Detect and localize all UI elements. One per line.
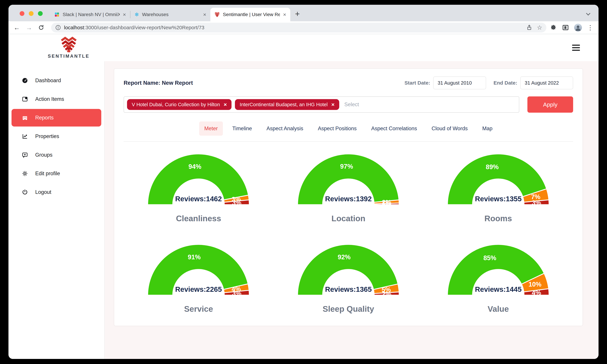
- gauge-chart: 92%5%2%Reviews:1365: [296, 243, 401, 299]
- browser-tab-sentimantle[interactable]: Sentimantle | User View Report ×: [210, 8, 290, 21]
- browser-window: Slack | Naresh NV | OmniiX × ❄ Warehouse…: [8, 5, 599, 359]
- dashboard-icon: [22, 77, 28, 84]
- side-panel-icon[interactable]: [562, 24, 569, 31]
- end-date-input[interactable]: [520, 77, 573, 89]
- tab-timeline[interactable]: Timeline: [227, 121, 257, 136]
- gauge-reviews-count: Reviews:1462: [175, 195, 222, 203]
- close-window-icon[interactable]: [20, 11, 24, 16]
- gauge-slice-label: 10%: [528, 281, 541, 288]
- toolbar-actions: ⋮: [550, 24, 593, 31]
- tab-aspect-positions[interactable]: Aspect Positions: [313, 121, 362, 136]
- start-date-input[interactable]: [433, 77, 486, 89]
- snowflake-icon: ❄: [135, 12, 139, 17]
- page-content: Dashboard Action Items Rep: [8, 61, 599, 359]
- gauge-slice-label: 1%: [382, 201, 391, 208]
- start-date-label: Start Date:: [404, 80, 430, 86]
- minimize-window-icon[interactable]: [29, 11, 34, 16]
- end-date-label: End Date:: [494, 80, 517, 86]
- gauge-service: 91%4%3%Reviews:2265Service: [146, 243, 251, 314]
- sidebar-item-groups[interactable]: Groups: [12, 146, 101, 164]
- gauge-title: Value: [446, 304, 551, 314]
- window-controls: [20, 11, 43, 16]
- share-icon[interactable]: [526, 24, 533, 31]
- gauge-chart: 97%2%1%Reviews:1392: [296, 152, 401, 208]
- gauge-slice-label: 91%: [188, 254, 201, 261]
- back-icon[interactable]: ←: [14, 24, 20, 31]
- remove-tag-icon[interactable]: ×: [331, 102, 334, 107]
- url-path: :3000/user-dashboard/view-report/New%20R…: [84, 25, 204, 30]
- sidebar-item-dashboard[interactable]: Dashboard: [12, 72, 101, 89]
- sidebar-item-logout[interactable]: Logout: [12, 183, 101, 201]
- gauge-chart: 85%10%4%Reviews:1445: [446, 243, 551, 299]
- sidebar-item-action-items[interactable]: Action Items: [12, 90, 101, 108]
- gauge-value: 85%10%4%Reviews:1445Value: [446, 243, 551, 314]
- gauge-rooms: 89%7%3%Reviews:1355Rooms: [446, 152, 551, 223]
- browser-tab-slack[interactable]: Slack | Naresh NV | OmniiX ×: [50, 8, 130, 21]
- gauge-chart: 94%3%3%Reviews:1462: [146, 152, 251, 208]
- sidebar-item-label: Groups: [35, 152, 53, 158]
- sidebar-item-label: Action Items: [35, 96, 64, 102]
- properties-chart-icon: [22, 133, 28, 140]
- bookmark-star-icon[interactable]: ☆: [537, 24, 542, 31]
- gauge-grid: 94%3%3%Reviews:1462Cleanliness97%2%1%Rev…: [124, 152, 573, 314]
- brand-logo[interactable]: SENTIMANTLE: [48, 37, 90, 59]
- forward-icon[interactable]: →: [26, 24, 32, 31]
- tab-map[interactable]: Map: [477, 121, 497, 136]
- apply-button[interactable]: Apply: [527, 96, 573, 113]
- sidebar-item-properties[interactable]: Properties: [12, 128, 101, 145]
- sentimantle-logo-icon: [60, 37, 78, 52]
- zoom-window-icon[interactable]: [38, 11, 43, 16]
- action-items-icon: [22, 96, 28, 102]
- gauge-slice-label: 97%: [340, 163, 353, 170]
- report-card: Report Name: New Report Start Date: End …: [114, 68, 583, 326]
- sidebar-item-label: Reports: [35, 115, 54, 121]
- view-tabs: Meter Timeline Aspect Analysis Aspect Po…: [124, 121, 573, 136]
- tab-title: Warehouses: [142, 12, 200, 17]
- gauge-slice-label: 89%: [486, 163, 499, 170]
- report-name: Report Name: New Report: [124, 80, 193, 86]
- close-tab-icon[interactable]: ×: [203, 12, 206, 17]
- tab-cloud-of-words[interactable]: Cloud of Words: [427, 121, 473, 136]
- sidebar-item-reports[interactable]: Reports: [12, 109, 101, 127]
- tab-aspect-correlations[interactable]: Aspect Correlations: [366, 121, 422, 136]
- gauge-slice-label: 85%: [483, 254, 496, 261]
- sidebar-item-edit-profile[interactable]: Edit profile: [12, 165, 101, 182]
- gauge-slice-label: 94%: [189, 163, 201, 170]
- tab-title: Sentimantle | User View Report: [223, 12, 280, 17]
- tab-title: Slack | Naresh NV | OmniiX: [63, 12, 120, 17]
- sidebar-item-label: Edit profile: [35, 170, 60, 177]
- date-range: Start Date: End Date:: [404, 77, 573, 89]
- gauge-reviews-count: Reviews:1365: [325, 285, 372, 293]
- tab-search-chevron-icon[interactable]: [586, 11, 590, 15]
- new-tab-button[interactable]: +: [295, 10, 300, 18]
- brand-name: SENTIMANTLE: [48, 54, 90, 59]
- gear-icon: [22, 170, 28, 177]
- menu-icon[interactable]: [572, 45, 580, 51]
- extensions-icon[interactable]: [550, 24, 557, 31]
- site-info-icon[interactable]: [55, 25, 61, 30]
- tab-aspect-analysis[interactable]: Aspect Analysis: [262, 121, 308, 136]
- gauge-chart: 91%4%3%Reviews:2265: [146, 243, 251, 299]
- tabs-divider: [124, 141, 573, 142]
- remove-tag-icon[interactable]: ×: [224, 102, 227, 107]
- gauge-slice-label: 3%: [532, 199, 541, 206]
- browser-tab-warehouses[interactable]: ❄ Warehouses ×: [130, 8, 210, 21]
- close-tab-icon[interactable]: ×: [283, 12, 286, 17]
- gauge-slice-label: 3%: [232, 199, 242, 206]
- close-tab-icon[interactable]: ×: [123, 12, 126, 17]
- tab-meter[interactable]: Meter: [199, 121, 223, 136]
- browser-menu-icon[interactable]: ⋮: [587, 24, 593, 31]
- report-header-row: Report Name: New Report Start Date: End …: [124, 77, 573, 89]
- address-bar[interactable]: localhost:3000/user-dashboard/view-repor…: [51, 23, 546, 32]
- sidebar-item-label: Dashboard: [35, 78, 61, 84]
- power-icon: [22, 189, 28, 195]
- sidebar-item-label: Properties: [35, 133, 59, 139]
- profile-avatar[interactable]: [574, 24, 582, 31]
- reload-icon[interactable]: [38, 24, 44, 31]
- browser-tabs: Slack | Naresh NV | OmniiX × ❄ Warehouse…: [50, 8, 300, 21]
- slack-icon: [54, 12, 60, 17]
- gauge-cleanliness: 94%3%3%Reviews:1462Cleanliness: [146, 152, 251, 223]
- property-select[interactable]: V Hotel Dubai, Curio Collection by Hilto…: [124, 96, 519, 113]
- gauge-title: Cleanliness: [146, 214, 251, 223]
- sentimantle-favicon-icon: [214, 12, 220, 17]
